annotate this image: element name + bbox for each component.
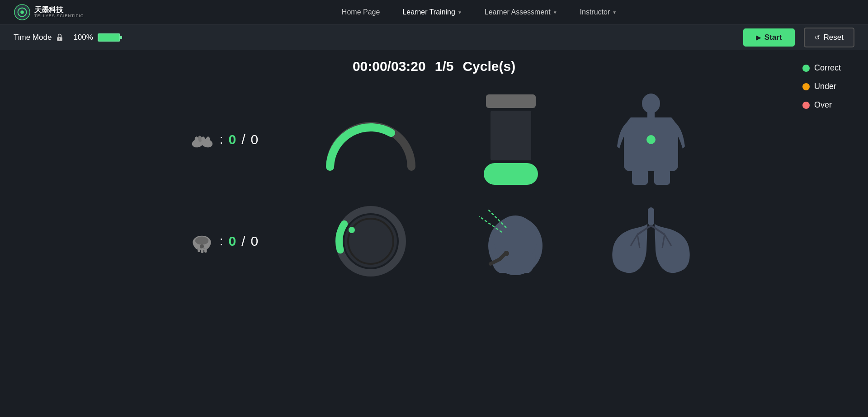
svg-rect-15 [654,169,670,185]
legend: Correct Under Over [802,63,841,110]
instructor-arrow: ▼ [612,10,617,15]
svg-rect-13 [647,112,655,117]
svg-rect-21 [201,248,203,253]
learner-training-arrow: ▼ [458,10,462,15]
svg-rect-14 [632,169,648,185]
logo: 天墨科技 TELLYES SCIENTIFIC [14,4,86,21]
lungs-svg [606,205,696,277]
ventilation-value: 0 [229,234,236,249]
logo-sub-name: TELLYES SCIENTIFIC [34,14,84,19]
cycle-label: Cycle(s) [462,59,515,74]
lock-icon [55,33,64,42]
arc-gauge [321,108,420,171]
nav-links: Home Page Learner Training ▼ Learner Ass… [342,8,617,16]
battery-bar [98,33,120,42]
svg-point-18 [195,236,208,244]
svg-point-12 [642,94,660,113]
compression-total: 0 [251,132,259,147]
learner-assessment-arrow: ▼ [553,10,557,15]
depth-widget [481,94,540,185]
toolbar: Time Mode 100% ▶ Start ↺ Reset [0,25,868,50]
svg-rect-20 [198,248,200,252]
nav-learner-assessment[interactable]: Learner Assessment ▼ [485,8,557,16]
svg-rect-22 [204,248,207,253]
ventilation-score: : 0 / 0 [189,229,259,254]
body-silhouette-svg [610,92,692,187]
under-dot [802,83,810,90]
logo-icon [14,4,31,21]
compression-icon [189,127,214,152]
depth-top-bar [486,94,536,108]
main-content: 00:00/03:20 1/5 Cycle(s) Correct Under O… [0,50,868,286]
nav-learner-training[interactable]: Learner Training ▼ [402,8,462,16]
svg-point-27 [349,227,355,233]
svg-point-19 [200,244,204,248]
ventilation-total: 0 [251,234,259,249]
arc-gauge-svg [321,108,420,171]
widgets-area: : 0 / 0 [160,92,708,277]
correct-dot [802,65,810,72]
airway-svg [466,205,556,277]
over-dot [802,102,810,109]
legend-correct: Correct [802,63,841,73]
compression-score: : 0 / 0 [189,127,259,152]
battery-area: 100% [73,33,120,42]
timer-display: 00:00/03:20 [353,59,426,74]
legend-over: Over [802,100,841,110]
compression-separator: / [241,132,245,147]
correct-label: Correct [814,63,841,73]
depth-body [491,111,531,160]
under-label: Under [814,82,836,91]
svg-point-11 [388,130,394,136]
logo-text: 天墨科技 TELLYES SCIENTIFIC [34,6,84,18]
cycle-display: 1/5 [435,59,454,74]
airway-widget [466,205,556,277]
svg-point-2 [20,10,24,14]
reset-button[interactable]: ↺ Reset [804,28,854,47]
svg-point-4 [59,38,61,40]
compression-colon: : [220,132,223,147]
nav-home-page[interactable]: Home Page [342,8,380,16]
ventilation-icon [189,229,214,254]
over-label: Over [814,100,832,110]
time-mode-label: Time Mode [14,33,64,42]
circular-gauge [335,205,407,277]
depth-bottom-btn [484,163,538,185]
circular-gauge-svg [335,205,407,277]
svg-point-32 [504,251,509,256]
svg-point-16 [646,135,656,144]
start-button[interactable]: ▶ Start [743,28,795,47]
compression-value: 0 [229,132,236,147]
timer-area: 00:00/03:20 1/5 Cycle(s) [353,59,515,74]
ventilation-separator: / [241,234,245,249]
lungs-widget [606,205,696,277]
svg-rect-33 [648,207,654,225]
legend-under: Under [802,82,841,91]
svg-point-25 [344,215,397,267]
ventilation-colon: : [220,234,223,248]
navbar: 天墨科技 TELLYES SCIENTIFIC Home Page Learne… [0,0,868,25]
nav-instructor[interactable]: Instructor ▼ [580,8,617,16]
logo-main-name: 天墨科技 [34,6,84,14]
body-silhouette [610,92,692,187]
